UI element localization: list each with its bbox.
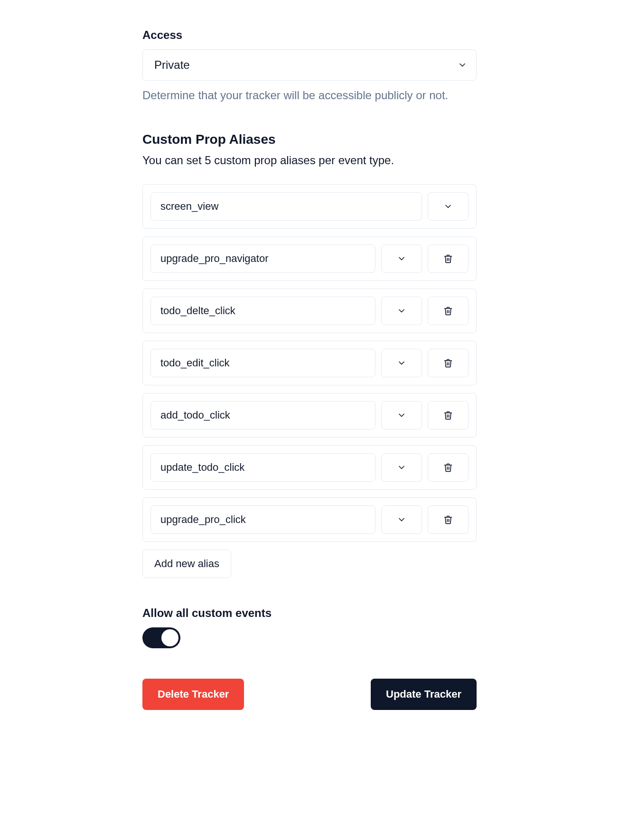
update-tracker-button[interactable]: Update Tracker <box>371 679 477 710</box>
alias-input[interactable] <box>150 453 375 482</box>
alias-card <box>142 445 477 490</box>
alias-expand-button[interactable] <box>381 297 422 325</box>
aliases-description: You can set 5 custom prop aliases per ev… <box>142 152 477 169</box>
alias-card <box>142 497 477 542</box>
alias-delete-button[interactable] <box>428 349 469 377</box>
access-help-text: Determine that your tracker will be acce… <box>142 87 477 103</box>
access-label: Access <box>142 28 477 42</box>
chevron-down-icon <box>443 202 453 211</box>
alias-delete-button[interactable] <box>428 453 469 482</box>
aliases-section: Custom Prop Aliases You can set 5 custom… <box>142 132 477 578</box>
alias-input[interactable] <box>150 244 375 273</box>
alias-input[interactable] <box>150 349 375 377</box>
toggle-knob <box>161 629 178 646</box>
toggle-section: Allow all custom events <box>142 607 477 650</box>
trash-icon <box>443 253 453 264</box>
alias-input[interactable] <box>150 401 375 429</box>
chevron-down-icon <box>397 515 406 524</box>
trash-icon <box>443 410 453 420</box>
alias-input[interactable] <box>150 505 375 534</box>
allow-custom-events-label: Allow all custom events <box>142 607 477 620</box>
chevron-down-icon <box>397 411 406 420</box>
alias-list <box>142 184 477 542</box>
access-select[interactable]: Private <box>142 49 477 81</box>
alias-delete-button[interactable] <box>428 401 469 429</box>
alias-expand-button[interactable] <box>381 505 422 534</box>
alias-expand-button[interactable] <box>381 244 422 273</box>
alias-input[interactable] <box>150 192 422 221</box>
delete-tracker-button[interactable]: Delete Tracker <box>142 679 244 710</box>
alias-expand-button[interactable] <box>381 453 422 482</box>
alias-delete-button[interactable] <box>428 244 469 273</box>
alias-card <box>142 236 477 281</box>
trash-icon <box>443 462 453 473</box>
allow-custom-events-toggle[interactable] <box>142 627 180 648</box>
chevron-down-icon <box>397 254 406 263</box>
alias-expand-button[interactable] <box>381 401 422 429</box>
alias-card <box>142 393 477 438</box>
alias-input[interactable] <box>150 297 375 325</box>
chevron-down-icon <box>397 306 406 316</box>
access-select-wrapper: Private <box>142 49 477 81</box>
alias-delete-button[interactable] <box>428 297 469 325</box>
alias-card <box>142 184 477 229</box>
alias-expand-button[interactable] <box>428 192 469 221</box>
aliases-heading: Custom Prop Aliases <box>142 132 477 147</box>
trash-icon <box>443 306 453 316</box>
access-section: Access Private Determine that your track… <box>142 28 477 103</box>
trash-icon <box>443 358 453 368</box>
trash-icon <box>443 514 453 525</box>
add-alias-button[interactable]: Add new alias <box>142 550 231 578</box>
alias-delete-button[interactable] <box>428 505 469 534</box>
chevron-down-icon <box>397 358 406 368</box>
alias-expand-button[interactable] <box>381 349 422 377</box>
alias-card <box>142 341 477 385</box>
alias-card <box>142 289 477 333</box>
chevron-down-icon <box>397 463 406 472</box>
action-buttons: Delete Tracker Update Tracker <box>142 679 477 710</box>
